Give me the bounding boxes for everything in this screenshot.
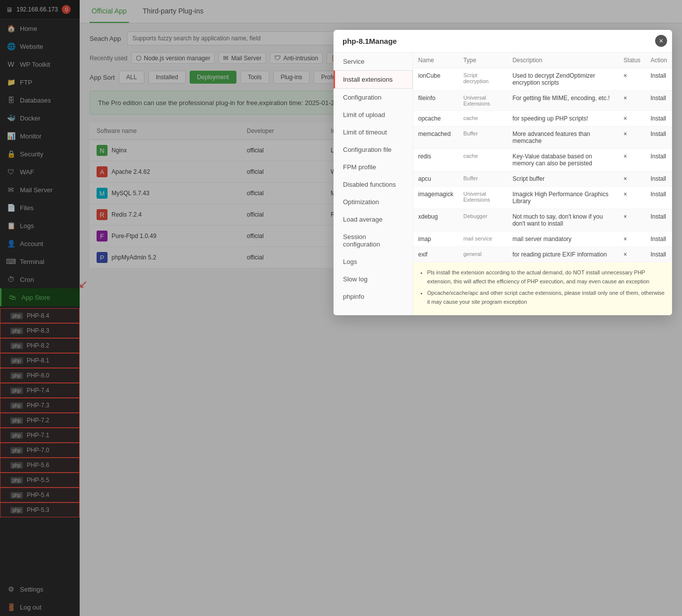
ext-status: ×: [619, 247, 646, 262]
ext-status: ×: [619, 171, 646, 187]
ext-col-action: Action: [646, 53, 672, 68]
modal-overlay: × php-8.1Manage ServiceInstall extension…: [0, 0, 682, 616]
modal-main-content: Name Type Description Status Action ionC…: [413, 53, 672, 315]
ext-name: ionCube: [413, 68, 458, 91]
ext-name: fileinfo: [413, 91, 458, 111]
ext-note: Opcache/xcache/apc and other script cach…: [427, 289, 665, 306]
modal-title: php-8.1Manage: [334, 30, 672, 53]
ext-status: ×: [619, 187, 646, 209]
ext-col-status: Status: [619, 53, 646, 68]
ext-install-button[interactable]: Install: [646, 232, 672, 247]
ext-status: ×: [619, 126, 646, 149]
ext-install-button[interactable]: Install: [646, 149, 672, 171]
ext-description: mail server mandatory: [507, 232, 618, 247]
modal-menu-limit-of-timeout[interactable]: Limit of timeout: [334, 123, 413, 141]
ext-type: mail service: [458, 232, 508, 247]
modal-menu-session-configuration[interactable]: Session configuration: [334, 228, 413, 253]
ext-name: imap: [413, 232, 458, 247]
modal-menu-optimization[interactable]: Optimization: [334, 193, 413, 211]
ext-description: Script buffer: [507, 171, 618, 187]
ext-description: For getting file MIME, encoding, etc.!: [507, 91, 618, 111]
extension-row: exif general for reading picture EXIF in…: [413, 247, 672, 262]
ext-type: Buffer: [458, 126, 508, 149]
modal-menu-limit-of-upload[interactable]: Limit of upload: [334, 106, 413, 123]
ext-col-type: Type: [458, 53, 508, 68]
modal-menu: ServiceInstall extensionsConfigurationLi…: [334, 53, 413, 315]
extension-row: ionCube Script decryption Used to decryp…: [413, 68, 672, 91]
php-manage-modal: × php-8.1Manage ServiceInstall extension…: [334, 30, 672, 315]
ext-type: Universal Extensions: [458, 187, 508, 209]
ext-install-button[interactable]: Install: [646, 126, 672, 149]
ext-install-button[interactable]: Install: [646, 91, 672, 111]
ext-install-button[interactable]: Install: [646, 187, 672, 209]
ext-description: Not much to say, don't know if you don't…: [507, 209, 618, 232]
ext-col-name: Name: [413, 53, 458, 68]
ext-name: exif: [413, 247, 458, 262]
ext-type: general: [458, 247, 508, 262]
modal-menu-install-extensions[interactable]: Install extensions: [334, 70, 413, 89]
extension-row: opcache cache for speeding up PHP script…: [413, 111, 672, 126]
ext-status: ×: [619, 68, 646, 91]
modal-menu-disabled-functions[interactable]: Disabled functions: [334, 176, 413, 193]
ext-install-button[interactable]: Install: [646, 209, 672, 232]
ext-status: ×: [619, 209, 646, 232]
ext-table-body: ionCube Script decryption Used to decryp…: [413, 68, 672, 262]
ext-name: redis: [413, 149, 458, 171]
ext-type: Script decryption: [458, 68, 508, 91]
modal-body: ServiceInstall extensionsConfigurationLi…: [334, 53, 672, 315]
ext-type: Universal Extensions: [458, 91, 508, 111]
ext-note: Pls install the extension according to t…: [427, 268, 665, 286]
modal-menu-fpm-profile[interactable]: FPM profile: [334, 158, 413, 176]
ext-name: imagemagick: [413, 187, 458, 209]
ext-col-desc: Description: [507, 53, 618, 68]
ext-status: ×: [619, 232, 646, 247]
ext-status: ×: [619, 91, 646, 111]
ext-description: Imagick High Performance Graphics Librar…: [507, 187, 618, 209]
extension-row: imap mail service mail server mandatory …: [413, 232, 672, 247]
extensions-table: Name Type Description Status Action ionC…: [413, 53, 672, 262]
modal-menu-logs[interactable]: Logs: [334, 253, 413, 270]
ext-notes: Pls install the extension according to t…: [413, 262, 672, 315]
ext-name: xdebug: [413, 209, 458, 232]
extension-row: fileinfo Universal Extensions For gettin…: [413, 91, 672, 111]
ext-description: Key-Value database based on memory can a…: [507, 149, 618, 171]
extension-row: apcu Buffer Script buffer × Install: [413, 171, 672, 187]
modal-menu-load-average[interactable]: Load average: [334, 211, 413, 228]
modal-menu-service[interactable]: Service: [334, 53, 413, 70]
ext-description: Used to decrypt ZendOptimizer encryption…: [507, 68, 618, 91]
modal-close-button[interactable]: ×: [655, 35, 667, 47]
modal-menu-configuration[interactable]: Configuration: [334, 89, 413, 106]
ext-description: for reading picture EXIF information: [507, 247, 618, 262]
extension-row: xdebug Debugger Not much to say, don't k…: [413, 209, 672, 232]
ext-name: opcache: [413, 111, 458, 126]
ext-install-button[interactable]: Install: [646, 111, 672, 126]
ext-status: ×: [619, 149, 646, 171]
extension-row: imagemagick Universal Extensions Imagick…: [413, 187, 672, 209]
ext-install-button[interactable]: Install: [646, 171, 672, 187]
extension-row: memcached Buffer More advanced features …: [413, 126, 672, 149]
modal-menu-configuration-file[interactable]: Configuration file: [334, 141, 413, 158]
modal-menu-slow-log[interactable]: Slow log: [334, 270, 413, 288]
extension-row: redis cache Key-Value database based on …: [413, 149, 672, 171]
ext-type: Buffer: [458, 171, 508, 187]
ext-type: cache: [458, 149, 508, 171]
ext-name: memcached: [413, 126, 458, 149]
ext-description: More advanced features than memcache: [507, 126, 618, 149]
ext-install-button[interactable]: Install: [646, 68, 672, 91]
ext-type: Debugger: [458, 209, 508, 232]
ext-status: ×: [619, 111, 646, 126]
ext-install-button[interactable]: Install: [646, 247, 672, 262]
modal-menu-phpinfo[interactable]: phpinfo: [334, 288, 413, 305]
ext-description: for speeding up PHP scripts!: [507, 111, 618, 126]
ext-name: apcu: [413, 171, 458, 187]
ext-type: cache: [458, 111, 508, 126]
